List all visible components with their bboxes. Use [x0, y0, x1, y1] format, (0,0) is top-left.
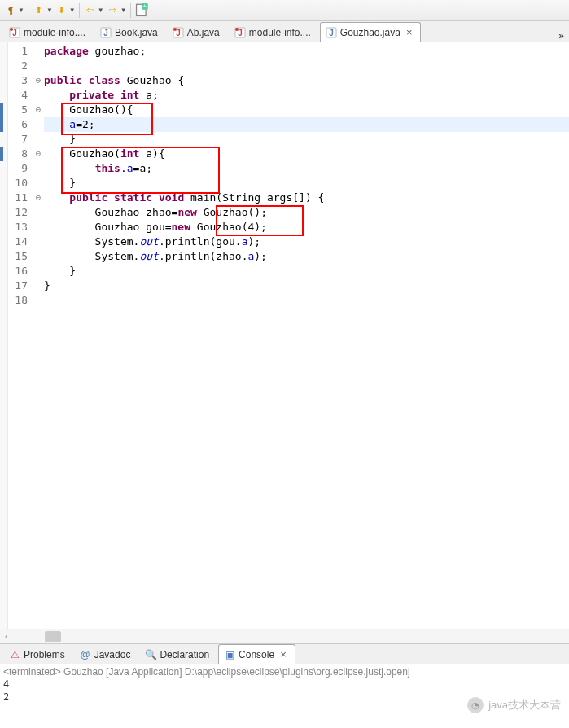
code-line[interactable]: public static void main(String args[]) {: [44, 191, 569, 205]
fold-empty: [33, 88, 44, 103]
line-number: 11: [8, 191, 28, 205]
horizontal-scrollbar[interactable]: ‹: [0, 629, 569, 643]
bottom-tab-problems[interactable]: ⚠Problems: [3, 644, 74, 664]
line-number: 13: [8, 220, 28, 235]
tab-gouzhao-java[interactable]: JGouzhao.java×: [320, 22, 422, 42]
fold-empty: [33, 117, 44, 132]
code-line[interactable]: [44, 59, 569, 73]
line-number: 8: [8, 147, 28, 161]
fold-empty: [33, 176, 44, 191]
dropdown-icon[interactable]: ▼: [69, 7, 76, 14]
code-line[interactable]: Gouzhao zhao=new Gouzhao();: [44, 205, 569, 220]
tab-ab-java[interactable]: JAb.java: [167, 22, 229, 42]
tab-label: Ab.java: [187, 27, 220, 38]
separator: [130, 3, 131, 18]
line-number: 5: [8, 103, 28, 117]
line-numbers: 123456789101112131415161718: [8, 42, 33, 629]
fold-toggle-icon[interactable]: ⊖: [33, 191, 44, 205]
declaration-icon: 🔍: [145, 649, 156, 660]
fold-empty: [33, 293, 44, 308]
close-icon[interactable]: ×: [280, 648, 287, 660]
fold-empty: [33, 161, 44, 176]
line-number: 15: [8, 249, 28, 264]
code-line[interactable]: }: [44, 278, 569, 293]
line-number: 14: [8, 235, 28, 249]
svg-text:J: J: [176, 29, 181, 37]
tab-label: Book.java: [115, 27, 158, 38]
code-line[interactable]: this.a=a;: [44, 161, 569, 176]
scrollbar-thumb[interactable]: [45, 631, 61, 642]
code-line[interactable]: System.out.println(gou.a);: [44, 235, 569, 249]
arrow-up-icon[interactable]: ⬆: [32, 3, 46, 18]
code-line[interactable]: Gouzhao(){: [44, 103, 569, 117]
java-file-icon: J: [100, 27, 112, 38]
code-line[interactable]: private int a;: [44, 88, 569, 103]
tab-book-java[interactable]: JBook.java: [94, 22, 167, 42]
tab-module-info-[interactable]: Jmodule-info....: [3, 22, 94, 42]
java-file-icon: J: [234, 27, 246, 38]
tab-label: Gouzhao.java: [340, 27, 400, 38]
tab-label: module-info....: [249, 27, 311, 38]
problems-icon: ⚠: [9, 649, 20, 660]
fold-empty: [33, 132, 44, 147]
code-line[interactable]: Gouzhao(int a){: [44, 147, 569, 161]
code-line[interactable]: Gouzhao gou=new Gouzhao(4);: [44, 220, 569, 235]
console-line: 4: [3, 678, 566, 691]
bottom-tab-declaration[interactable]: 🔍Declaration: [139, 644, 218, 664]
fold-toggle-icon[interactable]: ⊖: [33, 147, 44, 161]
line-number: 12: [8, 205, 28, 220]
java-file-icon: J: [173, 27, 184, 38]
separator: [79, 3, 80, 18]
tabs-overflow-icon[interactable]: »: [554, 30, 569, 42]
tab-label: Declaration: [160, 649, 209, 660]
line-number: 2: [8, 59, 28, 73]
toolbar: ¶ ▼ ⬆ ▼ ⬇ ▼ ⇦ ▼ ⇨ ▼ +: [0, 0, 569, 21]
svg-point-13: [235, 28, 239, 31]
svg-text:+: +: [142, 3, 147, 10]
code-line[interactable]: package gouzhao;: [44, 44, 569, 59]
editor-tabs: Jmodule-info....JBook.javaJAb.javaJmodul…: [0, 21, 569, 42]
fold-toggle-icon[interactable]: ⊖: [33, 73, 44, 88]
line-number: 3: [8, 73, 28, 88]
line-number: 17: [8, 278, 28, 293]
fold-empty: [33, 205, 44, 220]
fold-toggle-icon[interactable]: ⊖: [33, 103, 44, 117]
separator: [28, 3, 28, 18]
back-icon[interactable]: ⇦: [83, 3, 98, 18]
code-line[interactable]: }: [44, 264, 569, 278]
bottom-tab-console[interactable]: ▣Console×: [218, 644, 295, 664]
line-number: 6: [8, 117, 28, 132]
code-line[interactable]: [44, 293, 569, 308]
fold-empty: [33, 235, 44, 249]
fold-empty: [33, 278, 44, 293]
code-line[interactable]: public class Gouzhao {: [44, 73, 569, 88]
fold-empty: [33, 264, 44, 278]
code-line[interactable]: a=2;: [44, 117, 569, 132]
line-number: 10: [8, 176, 28, 191]
bottom-tab-javadoc[interactable]: @Javadoc: [74, 644, 140, 664]
forward-icon[interactable]: ⇨: [106, 3, 120, 18]
svg-text:J: J: [238, 29, 243, 37]
code-editor[interactable]: package gouzhao;public class Gouzhao { p…: [44, 42, 569, 629]
dropdown-icon[interactable]: ▼: [120, 7, 127, 14]
dropdown-icon[interactable]: ▼: [46, 7, 53, 14]
svg-point-5: [10, 28, 13, 31]
tab-module-info-[interactable]: Jmodule-info....: [229, 22, 320, 42]
svg-text:J: J: [12, 29, 17, 37]
code-line[interactable]: System.out.println(zhao.a);: [44, 249, 569, 264]
tab-label: Javadoc: [94, 649, 131, 660]
dropdown-icon[interactable]: ▼: [18, 7, 24, 14]
svg-text:J: J: [329, 29, 334, 37]
close-icon[interactable]: ×: [406, 26, 413, 38]
code-line[interactable]: }: [44, 176, 569, 191]
pilcrow-icon[interactable]: ¶: [3, 3, 18, 18]
dropdown-icon[interactable]: ▼: [98, 7, 104, 14]
java-file-icon: J: [9, 27, 20, 38]
javadoc-icon: @: [80, 649, 91, 660]
code-line[interactable]: }: [44, 132, 569, 147]
arrow-down-icon[interactable]: ⬇: [55, 3, 69, 18]
line-number: 9: [8, 161, 28, 176]
tab-label: Console: [239, 649, 274, 660]
new-doc-icon[interactable]: +: [134, 3, 149, 18]
change-marker: [0, 103, 3, 117]
